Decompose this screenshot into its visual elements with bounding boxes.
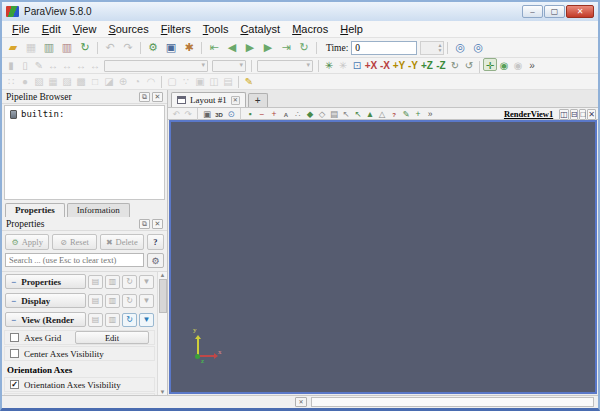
section-display[interactable]: −Display <box>5 293 86 308</box>
select-frustum-points-icon[interactable]: ◇ <box>316 109 328 120</box>
properties-content: −Properties▤▥↻▼−Display▤▥↻▼−View (Render… <box>2 272 157 395</box>
previous-frame-icon[interactable]: ◀ <box>224 40 240 55</box>
checkbox-axes-grid[interactable] <box>10 333 19 342</box>
capture-screenshot-icon[interactable]: ▣ <box>201 109 213 120</box>
checkbox-orientation-axes-visibility[interactable]: ✓ <box>10 380 19 389</box>
section-properties[interactable]: −Properties <box>5 274 86 289</box>
edit-selection-icon[interactable]: ✎ <box>400 109 412 120</box>
menu-file[interactable]: File <box>6 22 36 36</box>
pipeline-browser-tree[interactable]: builtin: <box>4 105 165 200</box>
float-panel-icon[interactable]: ⧉ <box>139 92 150 102</box>
save-defaults-icon[interactable]: ▼ <box>139 313 154 327</box>
maximize-view-icon[interactable]: □ <box>579 109 586 120</box>
loop-icon[interactable]: ↻ <box>296 40 312 55</box>
add-selection-icon[interactable]: + <box>268 109 280 120</box>
zoom-to-data-over-time-icon[interactable]: ◎ <box>470 40 486 55</box>
rotate-90-cw-icon[interactable]: ↻ <box>448 59 462 72</box>
reset-defaults-icon[interactable]: ↻ <box>122 313 137 327</box>
edit-button[interactable]: Edit <box>75 331 149 344</box>
first-frame-icon[interactable]: ⇤ <box>206 40 222 55</box>
view-minus-z-icon[interactable]: -Z <box>434 59 448 72</box>
abort-progress-icon[interactable]: ✕ <box>295 397 307 407</box>
tab-layout-1[interactable]: Layout #1 ✕ <box>171 92 246 107</box>
query-selection-icon[interactable]: ? <box>388 110 400 121</box>
tab-properties[interactable]: Properties <box>5 203 65 217</box>
select-all-icon[interactable]: A <box>280 110 292 121</box>
color-palette-icon[interactable]: ✱ <box>181 40 197 55</box>
last-frame-icon[interactable]: ⇥ <box>278 40 294 55</box>
close-panel-icon[interactable]: ✕ <box>152 92 163 102</box>
select-frustum-cells-icon[interactable]: ◆ <box>304 109 316 120</box>
menu-macros[interactable]: Macros <box>286 22 334 36</box>
menu-help[interactable]: Help <box>334 22 369 36</box>
section-view-render[interactable]: −View (Render <box>5 312 86 327</box>
reset-icon: ⊘ <box>60 238 67 247</box>
view-minus-y-icon[interactable]: -Y <box>406 59 420 72</box>
vertical-scrollbar[interactable]: ▲ ▼ <box>157 272 167 395</box>
zoom-to-data-icon[interactable]: ◎ <box>452 40 468 55</box>
close-panel-icon[interactable]: ✕ <box>152 219 163 229</box>
maximize-button[interactable]: ▢ <box>544 5 565 18</box>
search-options-gear-icon[interactable]: ⚙ <box>147 253 164 268</box>
reset-camera-icon[interactable]: ✳ <box>322 59 336 72</box>
glyph-icon: ⊕ <box>116 75 130 88</box>
orientation-axes-toggle-icon[interactable]: ✛ <box>483 58 497 71</box>
scrollbar-thumb[interactable] <box>159 279 167 313</box>
zoom-to-box-icon[interactable]: ⊡ <box>350 59 364 72</box>
overflow-chevron-icon[interactable]: » <box>525 59 539 72</box>
float-panel-icon[interactable]: ⧉ <box>139 219 150 229</box>
interactive-select-points-icon[interactable]: ↖ <box>352 109 364 120</box>
settings-icon[interactable]: ▣ <box>163 40 179 55</box>
menu-sources[interactable]: Sources <box>102 22 154 36</box>
view-plus-y-icon[interactable]: +Y <box>392 59 406 72</box>
checkbox-center-axes-visibility[interactable] <box>10 349 19 358</box>
minimize-button[interactable]: – <box>522 5 543 18</box>
interactive-select-cells-icon[interactable]: ↖ <box>340 109 352 120</box>
server-icon <box>10 110 17 119</box>
add-annotation-icon[interactable]: + <box>412 109 424 120</box>
scroll-up-icon[interactable]: ▲ <box>160 272 166 278</box>
clear-selection-icon[interactable]: − <box>256 109 268 120</box>
menu-view[interactable]: View <box>67 22 103 36</box>
close-layout-icon[interactable]: ✕ <box>231 96 240 105</box>
hover-cells-icon[interactable]: ▲ <box>364 109 376 120</box>
reset-session-icon[interactable]: ↻ <box>77 40 93 55</box>
rotate-90-ccw-icon[interactable]: ↺ <box>462 59 476 72</box>
search-input[interactable] <box>5 253 144 267</box>
auto-apply-icon[interactable]: ⚙ <box>145 40 161 55</box>
select-surface-points-icon[interactable]: ∴ <box>292 109 304 120</box>
select-surface-cells-icon[interactable]: ▪ <box>244 109 256 120</box>
disconnect-server-icon[interactable]: ▥ <box>59 40 75 55</box>
overflow-chevron-icon[interactable]: » <box>424 109 436 120</box>
new-layout-tab[interactable]: + <box>248 93 268 107</box>
hover-points-icon[interactable]: △ <box>376 109 388 120</box>
close-button[interactable]: ✕ <box>566 5 594 18</box>
view-plus-z-icon[interactable]: +Z <box>420 59 434 72</box>
menu-tools[interactable]: Tools <box>197 22 235 36</box>
time-input[interactable] <box>351 41 417 55</box>
menu-edit[interactable]: Edit <box>36 22 67 36</box>
split-vertical-icon[interactable]: ⊟ <box>570 109 579 120</box>
split-horizontal-icon[interactable]: ◫ <box>559 109 569 120</box>
play-icon[interactable]: ▶ <box>242 40 258 55</box>
ruler-icon[interactable]: ✎ <box>242 75 256 88</box>
close-view-icon[interactable]: ✕ <box>587 109 596 120</box>
interaction-mode-3d-icon[interactable]: 3D <box>213 110 225 121</box>
next-frame-icon[interactable]: ▶ <box>260 40 276 55</box>
select-block-icon[interactable]: ▤ <box>328 109 340 120</box>
connect-server-icon[interactable]: ▥ <box>41 40 57 55</box>
z-axis-label: z <box>201 358 204 365</box>
menu-filters[interactable]: Filters <box>155 22 197 36</box>
save-defaults-icon: ▼ <box>139 294 154 308</box>
pipeline-item-builtin[interactable]: builtin: <box>5 106 164 119</box>
help-button[interactable]: ? <box>147 234 164 250</box>
open-file-icon[interactable]: ▰ <box>5 40 21 55</box>
view-minus-x-icon[interactable]: -X <box>378 59 392 72</box>
view-plus-x-icon[interactable]: +X <box>364 59 378 72</box>
render-view-name[interactable]: RenderView1 <box>504 109 553 119</box>
center-axes-toggle-icon[interactable]: ◉ <box>497 59 511 72</box>
render-viewport[interactable]: y x z <box>169 120 597 394</box>
tab-information[interactable]: Information <box>67 203 130 217</box>
zoom-to-box-icon[interactable]: ⊙ <box>225 109 237 120</box>
menu-catalyst[interactable]: Catalyst <box>234 22 286 36</box>
